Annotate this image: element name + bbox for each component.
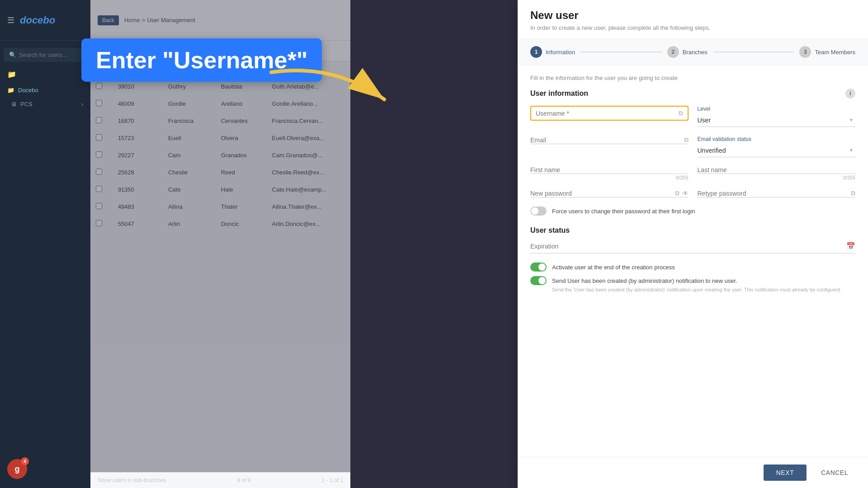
email-validation-group: Email validation status Unverified Verif…	[698, 136, 856, 157]
step-connector-2	[713, 52, 794, 52]
email-input[interactable]	[530, 136, 681, 144]
retype-password-group: ⧉	[698, 189, 856, 197]
cell-email: Cheslie.Reed@ex...	[267, 164, 350, 181]
level-select[interactable]: User Admin Super Admin	[698, 114, 856, 127]
form-row-passwords: ⧉ 👁 ⧉	[530, 189, 855, 197]
new-password-input[interactable]	[530, 190, 672, 197]
user-avatar-area: g 4	[7, 459, 27, 479]
activate-user-label: Activate user at the end of the creation…	[552, 264, 675, 271]
cell-firstname: Cheslie	[163, 164, 216, 181]
form-row-email-status: ⧉ Email validation status Unverified Ver…	[530, 136, 855, 157]
username-group: ⧉	[530, 106, 689, 127]
search-icon: 🔍	[9, 52, 16, 58]
password-copy-icon[interactable]: ⧉	[675, 189, 679, 197]
email-input-wrapper: ⧉	[530, 136, 689, 144]
lastname-input[interactable]	[698, 166, 856, 174]
cell-firstname: Cam	[163, 147, 216, 164]
user-info-header: User information i	[530, 89, 855, 99]
table-row: 25628 Cheslie Reed Cheslie.Reed@ex...	[90, 164, 350, 181]
avatar[interactable]: g 4	[7, 459, 27, 479]
panel-title: New user	[530, 9, 855, 22]
breadcrumb-section: User Management	[147, 17, 195, 23]
user-info-title: User information	[530, 89, 588, 98]
form-row-username-level: ⧉ Level User Admin Super Admin	[530, 106, 855, 127]
calendar-icon[interactable]: 📅	[846, 242, 855, 250]
cell-firstname: Francisca	[163, 113, 216, 130]
retype-password-input[interactable]	[698, 190, 849, 197]
folder-icon: 📁	[7, 70, 16, 79]
send-notification-label: Send User has been created (by administr…	[552, 277, 737, 284]
username-copy-icon[interactable]: ⧉	[679, 109, 683, 117]
expiration-input[interactable]	[530, 243, 846, 250]
back-button[interactable]: Back	[98, 15, 119, 25]
step-3-label: Team Members	[815, 49, 855, 56]
sidebar-search[interactable]: 🔍	[4, 48, 87, 62]
expiration-group: 📅	[530, 242, 855, 253]
step-1-label: Information	[546, 49, 575, 56]
branch-folder-icon: 📁	[7, 87, 14, 94]
search-input[interactable]	[19, 52, 81, 58]
activate-user-toggle-item: Activate user at the end of the creation…	[530, 263, 855, 272]
step-1: 1 Information	[530, 46, 575, 58]
notification-badge: 4	[21, 457, 29, 465]
section-hint: Fill in the information for the user you…	[530, 75, 855, 81]
new-password-wrapper: ⧉ 👁	[530, 189, 689, 197]
next-button[interactable]: NEXT	[764, 465, 807, 481]
breadcrumb: Back Home > User Management	[98, 15, 195, 25]
email-copy-icon[interactable]: ⧉	[684, 136, 689, 144]
panel-header: New user In order to create a new user, …	[518, 0, 868, 39]
firstname-group: 0/255	[530, 166, 689, 180]
cell-lastname: Thaler	[216, 198, 267, 216]
row-checkbox[interactable]	[96, 203, 102, 209]
force-change-toggle[interactable]	[530, 206, 547, 216]
breadcrumb-sep1: >	[142, 17, 145, 23]
username-input[interactable]	[536, 110, 676, 117]
send-notification-toggle[interactable]	[530, 276, 547, 285]
force-change-label: Force users to change their password at …	[552, 208, 695, 215]
cell-username: 25628	[113, 164, 163, 181]
retype-password-wrapper: ⧉	[698, 189, 856, 197]
new-password-group: ⧉ 👁	[530, 189, 689, 197]
send-notification-toggle-item: Send User has been created (by administr…	[530, 276, 855, 285]
sidebar: ☰ docebo 🔍 📁 📁 Docebo 🖥 PCS › g 4	[0, 0, 90, 488]
sidebar-item-folders[interactable]: 📁	[0, 66, 90, 83]
sidebar-item-docebo[interactable]: 📁 Docebo	[0, 83, 90, 97]
step-3-circle: 3	[799, 46, 811, 58]
email-validation-select[interactable]: Unverified Verified	[698, 144, 856, 157]
table-row: 55047 Arlin Doncic Arlin.Doncic@ex...	[90, 216, 350, 233]
level-group: Level User Admin Super Admin	[698, 106, 856, 127]
row-checkbox[interactable]	[96, 83, 102, 89]
table-row: 29227 Cam Granados Cam.Granados@...	[90, 147, 350, 164]
row-checkbox[interactable]	[96, 134, 102, 141]
cancel-button[interactable]: CANCEL	[814, 465, 855, 480]
firstname-input[interactable]	[530, 166, 689, 174]
user-status-title: User status	[530, 226, 855, 235]
row-checkbox[interactable]	[96, 169, 102, 175]
lastname-char-count: 0/255	[698, 175, 856, 180]
activate-user-toggle[interactable]	[530, 263, 547, 272]
row-checkbox[interactable]	[96, 186, 102, 192]
cell-email: Euell.Olvera@exa...	[267, 130, 350, 147]
sidebar-item-pcs[interactable]: 🖥 PCS ›	[0, 97, 90, 111]
row-checkbox[interactable]	[96, 220, 102, 226]
branch-label: Docebo	[18, 87, 38, 94]
app-logo: docebo	[20, 14, 55, 26]
monitor-icon: 🖥	[11, 101, 17, 108]
cell-username: 49483	[113, 198, 163, 216]
step-3: 3 Team Members	[799, 46, 855, 58]
retype-copy-icon[interactable]: ⧉	[851, 189, 855, 197]
cell-firstname: Gordie	[163, 95, 216, 113]
row-checkbox[interactable]	[96, 117, 102, 123]
password-eye-icon[interactable]: 👁	[682, 190, 689, 197]
row-checkbox[interactable]	[96, 151, 102, 158]
form-row-names: 0/255 0/255	[530, 166, 855, 180]
breadcrumb-home[interactable]: Home	[124, 17, 140, 23]
stepper: 1 Information 2 Branches 3 Team Members	[518, 39, 868, 66]
cell-lastname: Granados	[216, 147, 267, 164]
step-connector-1	[580, 52, 662, 52]
panel-footer: NEXT CANCEL	[518, 457, 868, 488]
info-icon[interactable]: i	[845, 89, 855, 99]
row-checkbox[interactable]	[96, 100, 102, 106]
hamburger-icon[interactable]: ☰	[7, 15, 14, 25]
lastname-group: 0/255	[698, 166, 856, 180]
